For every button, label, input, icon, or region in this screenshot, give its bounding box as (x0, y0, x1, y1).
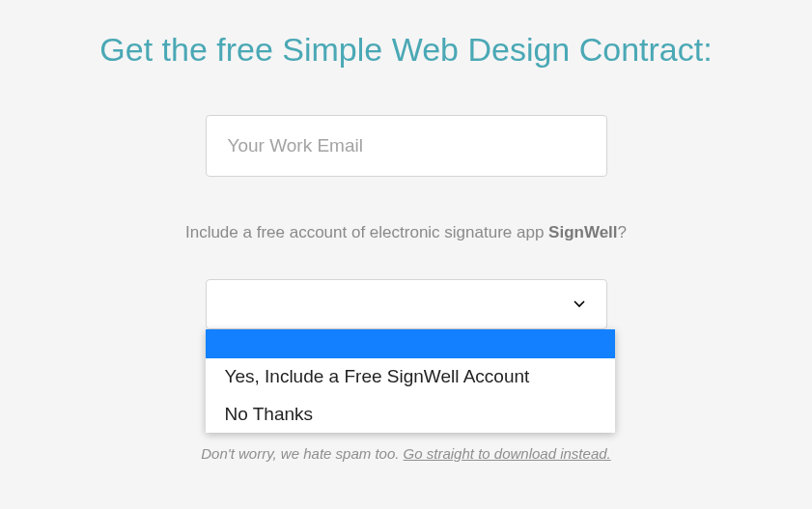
signwell-question: Include a free account of electronic sig… (185, 223, 627, 242)
question-suffix: ? (618, 223, 627, 241)
form-container: Get the free Simple Web Design Contract:… (0, 0, 812, 462)
select-wrapper: Yes, Include a Free SignWell Account No … (206, 279, 607, 329)
email-input[interactable] (206, 115, 607, 177)
signwell-select[interactable] (206, 279, 607, 329)
question-brand: SignWell (548, 223, 617, 241)
chevron-down-icon (574, 300, 585, 308)
dropdown-option-blank[interactable] (206, 329, 615, 358)
dropdown-option-yes[interactable]: Yes, Include a Free SignWell Account (206, 358, 615, 396)
download-link[interactable]: Go straight to download instead. (404, 445, 611, 462)
question-prefix: Include a free account of electronic sig… (185, 223, 548, 241)
dropdown-option-no[interactable]: No Thanks (206, 396, 615, 434)
dropdown-list: Yes, Include a Free SignWell Account No … (206, 329, 615, 433)
footer-prefix: Don't worry, we hate spam too. (201, 445, 403, 462)
footer-text: Don't worry, we hate spam too. Go straig… (201, 445, 610, 462)
page-title: Get the free Simple Web Design Contract: (99, 31, 712, 69)
